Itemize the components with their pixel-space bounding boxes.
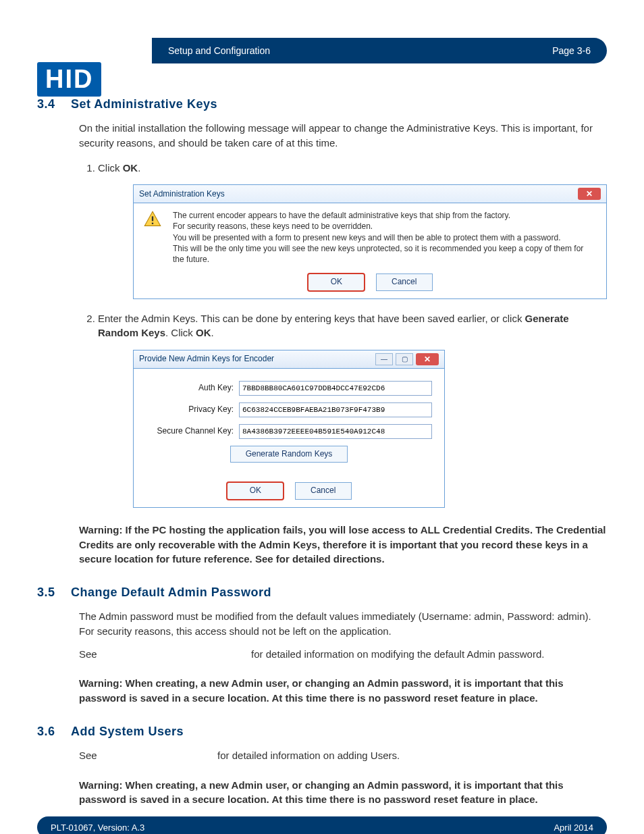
warning-text: Warning: If the PC hosting the applicati…: [79, 523, 607, 567]
secure-channel-key-label: Secure Channel Key:: [146, 425, 239, 437]
body-text: See for detailed information on modifyin…: [79, 647, 607, 662]
intro-text: On the initial installation the followin…: [79, 121, 607, 151]
cancel-button[interactable]: Cancel: [295, 482, 352, 499]
provide-admin-keys-dialog: Provide New Admin Keys for Encoder — ▢ ✕…: [133, 350, 445, 508]
step-2: Enter the Admin Keys. This can be done b…: [98, 311, 607, 508]
cancel-button[interactable]: Cancel: [376, 273, 433, 290]
warning-text: Warning: When creating, a new Admin user…: [79, 778, 607, 808]
section-number: 3.5: [37, 585, 71, 600]
dialog-line: You will be presented with a form to pre…: [173, 232, 597, 243]
section-title: Set Administrative Keys: [71, 97, 217, 111]
ok-button[interactable]: OK: [307, 273, 365, 291]
header-bar: Setup and Configuration Page 3-6: [152, 38, 607, 63]
svg-rect-1: [152, 223, 153, 224]
set-admin-keys-dialog: Set Administration Keys ✕ The current en…: [133, 184, 607, 298]
maximize-icon[interactable]: ▢: [396, 353, 413, 365]
warning-icon: [143, 210, 162, 229]
step-1: Click OK. Set Administration Keys ✕: [98, 161, 607, 299]
auth-key-input[interactable]: [239, 381, 432, 396]
close-icon[interactable]: ✕: [578, 188, 601, 200]
auth-key-label: Auth Key:: [146, 382, 239, 394]
ok-button[interactable]: OK: [226, 481, 284, 500]
dialog-title: Set Administration Keys: [139, 188, 225, 200]
privacy-key-input[interactable]: [239, 402, 432, 417]
doc-date: April 2014: [554, 823, 593, 833]
section-title: Change Default Admin Password: [71, 585, 271, 600]
logo-text: HID: [37, 62, 101, 97]
body-text: The Admin password must be modified from…: [79, 609, 607, 639]
section-number: 3.4: [37, 97, 71, 111]
generate-random-keys-button[interactable]: Generate Random Keys: [230, 446, 348, 463]
body-text: See for detailed information on adding U…: [79, 748, 607, 763]
dialog-line: The current encoder appears to have the …: [173, 210, 597, 221]
secure-channel-key-input[interactable]: [239, 424, 432, 439]
section-title: Add System Users: [71, 725, 184, 739]
brand-logo: HID: [37, 62, 101, 97]
svg-rect-0: [152, 217, 153, 221]
breadcrumb: Setup and Configuration: [168, 45, 270, 56]
section-number: 3.6: [37, 725, 71, 739]
dialog-line: For security reasons, these keys need to…: [173, 221, 597, 232]
dialog-title: Provide New Admin Keys for Encoder: [139, 353, 274, 365]
footer-bar: PLT-01067, Version: A.3 April 2014: [37, 816, 607, 834]
dialog-line: This will be the only time you will see …: [173, 243, 597, 265]
minimize-icon[interactable]: —: [375, 353, 393, 365]
page-number: Page 3-6: [552, 45, 591, 56]
doc-id: PLT-01067, Version: A.3: [51, 823, 144, 833]
privacy-key-label: Privacy Key:: [146, 404, 239, 415]
close-icon[interactable]: ✕: [416, 353, 439, 365]
warning-text: Warning: When creating, a new Admin user…: [79, 676, 607, 706]
